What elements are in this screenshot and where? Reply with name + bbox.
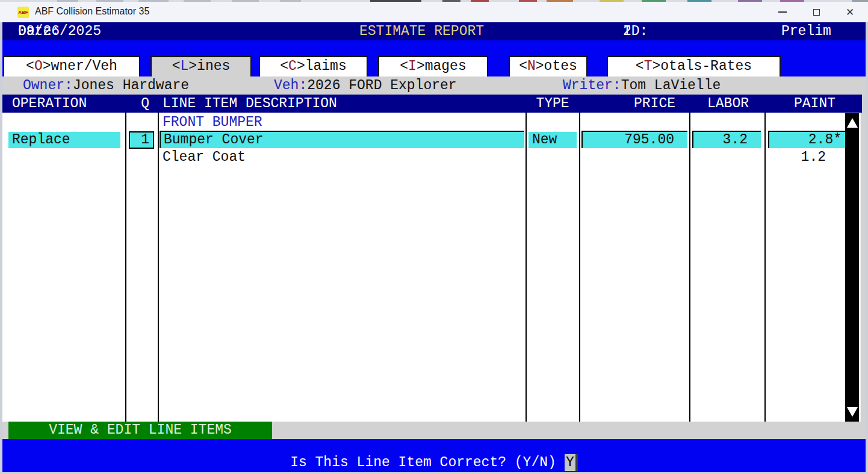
window-controls: ✕ [766,2,867,22]
tab-label: >mages [417,58,467,74]
tab-hotkey: I [408,58,417,74]
col-header-labor: LABOR [692,95,761,113]
tab-hotkey: L [180,58,188,74]
category-description: FRONT BUMPER [163,114,262,131]
maximize-button[interactable] [799,2,833,22]
maximize-icon [813,9,820,16]
tab-label: >otes [536,58,577,74]
tab-strip: <O>wner/Veh <L>ines <C>laims <I>mages <N… [2,40,866,76]
tab-label: < [26,58,34,74]
tab-hotkey: O [34,58,43,74]
report-title: ESTIMATE REPORT [359,22,484,40]
tab-label: < [172,58,181,74]
operation-field[interactable]: Replace [8,132,120,148]
quantity-field[interactable]: 1 [129,131,154,149]
prompt-input-cursor[interactable]: Y [565,454,578,471]
tab-images[interactable]: <I>mages [378,56,488,76]
col-header-description: LINE ITEM DESCRIPTION [163,95,337,113]
col-header-quantity: Q [126,95,155,113]
prompt-bar: Is This Line Item Correct? (Y/N) Y [2,439,866,472]
close-button[interactable]: ✕ [833,2,867,22]
writer-label: Writer: [563,78,621,93]
status-bar: VIEW & EDIT LINE ITEMS Total: 1,525.03 3… [2,422,866,439]
tab-hotkey: T [644,58,653,74]
vehicle-label: Veh: [274,78,307,93]
minimize-icon [778,11,787,13]
status-badge: Prelim [781,22,831,40]
table-row-selected[interactable]: Replace 1 Bumper Cover New 795.00 3.2 2.… [2,131,845,149]
titlebar: ABF ABF Collision Estimator 35 ✕ [0,2,868,22]
description-cell: Clear Coat [163,149,246,166]
scroll-up-icon[interactable] [847,118,858,128]
owner-field: Owner:Jones Hardware [23,76,189,95]
tab-label: >wner/Veh [43,58,117,74]
labor-field[interactable]: 3.2 [692,131,761,148]
tab-lines[interactable]: <L>ines [150,56,252,76]
writer-field: Writer:Tom LaVielle [563,76,721,95]
close-icon: ✕ [846,6,854,18]
col-header-price: PRICE [581,95,687,113]
report-header-bar: Date: 09/26/2025 ESTIMATE REPORT ID: 2 P… [2,22,866,40]
writer-value: Tom LaVielle [621,78,721,93]
line-items-table: FRONT BUMPER Replace 1 Bumper Cover New … [2,113,866,422]
tab-label: < [636,58,644,74]
tab-label: >laims [297,58,347,74]
tab-label: < [400,58,408,74]
tab-totals-rates[interactable]: <T>otals-Rates [607,56,781,76]
vehicle-info-bar: Owner:Jones Hardware Veh:2026 FORD Explo… [2,76,866,95]
price-field[interactable]: 795.00 [581,131,687,148]
table-row-category[interactable]: FRONT BUMPER [2,114,845,132]
app-window: ABF ABF Collision Estimator 35 ✕ Date: 0… [0,0,868,474]
minimize-button[interactable] [766,2,799,22]
window-title: ABF Collision Estimator 35 [35,6,149,17]
owner-label: Owner: [23,78,73,93]
tab-hotkey: C [288,58,297,74]
mode-badge: VIEW & EDIT LINE ITEMS [8,422,272,439]
tab-notes[interactable]: <N>otes [509,56,587,76]
paint-cell: 1.2 [768,149,845,166]
vertical-scrollbar[interactable] [845,113,861,422]
paint-field[interactable]: 2.8* [768,131,845,148]
prompt-question: Is This Line Item Correct? (Y/N) [290,454,556,471]
date-value: 09/26/2025 [18,22,101,40]
tab-label: >otals-Rates [652,58,752,74]
table-header: OPERATION Q LINE ITEM DESCRIPTION TYPE P… [2,95,862,113]
scroll-down-icon[interactable] [847,407,858,417]
type-field[interactable]: New [529,132,577,148]
tab-owner-veh[interactable]: <O>wner/Veh [3,56,140,76]
vehicle-field: Veh:2026 FORD Explorer [274,76,457,95]
id-value: 2 [623,22,631,40]
col-header-operation: OPERATION [12,95,87,113]
tab-label: < [519,58,527,74]
owner-value: Jones Hardware [73,78,189,93]
tab-label: >ines [188,58,230,74]
table-row[interactable]: Clear Coat 1.2 [2,149,845,167]
tab-hotkey: N [527,58,536,74]
description-field[interactable]: Bumper Cover [160,131,524,148]
vehicle-value: 2026 FORD Explorer [307,78,456,93]
app-icon: ABF [17,7,29,18]
tab-label: < [280,58,288,74]
tab-claims[interactable]: <C>laims [259,56,368,76]
col-header-type: TYPE [529,95,577,113]
col-header-paint: PAINT [768,95,840,113]
